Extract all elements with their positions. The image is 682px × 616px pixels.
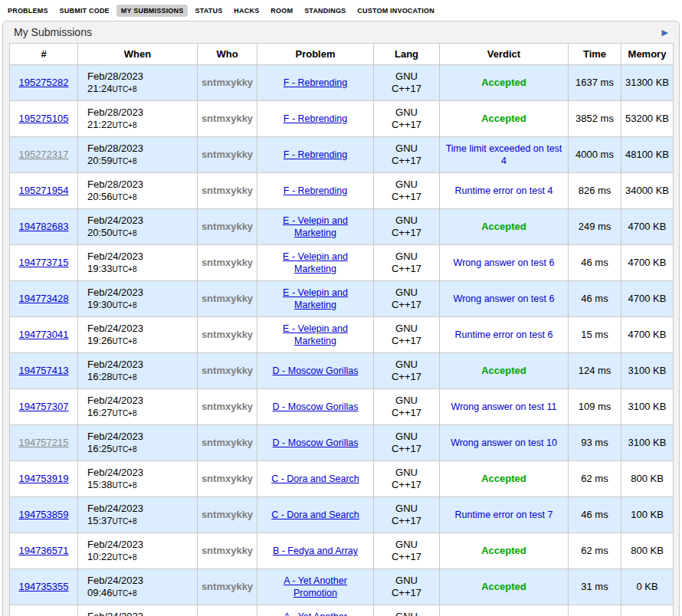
- problem-link[interactable]: F - Rebrending: [284, 149, 347, 161]
- nav-item-problems[interactable]: PROBLEMS: [3, 5, 53, 17]
- submission-id-link[interactable]: 194753859: [18, 509, 68, 520]
- memory-cell: 3100 KB: [621, 389, 674, 425]
- nav-item-submit-code[interactable]: SUBMIT CODE: [55, 5, 114, 17]
- user-link[interactable]: sntmxykky: [202, 221, 253, 232]
- nav-item-standings[interactable]: STANDINGS: [300, 5, 350, 17]
- submission-time: 16:25: [87, 443, 113, 454]
- user-link[interactable]: sntmxykky: [202, 329, 253, 340]
- problem-cell: F - Rebrending: [257, 65, 374, 101]
- problem-link[interactable]: D - Moscow Gorillas: [273, 401, 359, 413]
- user-link[interactable]: sntmxykky: [202, 401, 253, 412]
- lang-text: GNU C++17: [389, 431, 425, 455]
- problem-link[interactable]: E - Velepin and Marketing: [262, 323, 369, 347]
- submission-row: 194757307Feb/24/202316:27UTC+8sntmxykkyD…: [10, 389, 674, 425]
- problem-cell: C - Dora and Search: [257, 497, 374, 533]
- problem-link[interactable]: F - Rebrending: [284, 113, 347, 125]
- user-link[interactable]: sntmxykky: [202, 581, 253, 592]
- user-link[interactable]: sntmxykky: [202, 185, 253, 196]
- submission-id-link[interactable]: 194773041: [18, 329, 68, 340]
- when-cell: Feb/24/202316:25UTC+8: [78, 425, 198, 461]
- problem-link[interactable]: E - Velepin and Marketing: [262, 287, 369, 311]
- submission-id-cell: 194753919: [10, 461, 78, 497]
- problem-link[interactable]: C - Dora and Search: [271, 473, 359, 485]
- submissions-table: #WhenWhoProblemLangVerdictTimeMemory 195…: [9, 43, 674, 616]
- nav-item-hacks[interactable]: HACKS: [229, 5, 264, 17]
- problem-cell: D - Moscow Gorillas: [257, 389, 374, 425]
- submission-id-link[interactable]: 194773428: [18, 293, 68, 304]
- submission-id-link[interactable]: 194736571: [18, 545, 68, 556]
- lang-cell: GNU C++17: [374, 353, 440, 389]
- submission-id-link[interactable]: 194773715: [18, 257, 68, 268]
- submission-id-link[interactable]: 194757215: [18, 437, 68, 448]
- user-link[interactable]: sntmxykky: [202, 149, 253, 160]
- user-link[interactable]: sntmxykky: [202, 545, 253, 556]
- who-cell: sntmxykky: [198, 245, 257, 281]
- verdict-text: Wrong answer on test 11: [448, 401, 560, 413]
- time-cell: 93 ms: [569, 425, 621, 461]
- memory-cell: 100 KB: [621, 497, 674, 533]
- submission-id-link[interactable]: 195271954: [18, 185, 68, 196]
- col-header-lang: Lang: [374, 44, 440, 65]
- nav-item-room[interactable]: ROOM: [266, 5, 297, 17]
- user-link[interactable]: sntmxykky: [202, 293, 253, 304]
- lang-text: GNU C++17: [389, 251, 425, 275]
- problem-link[interactable]: A - Yet Another Promotion: [262, 611, 369, 616]
- submission-date: Feb/24/2023: [87, 503, 143, 514]
- who-cell: sntmxykky: [198, 497, 257, 533]
- submission-row: 195271954Feb/28/202320:56UTC+8sntmxykkyF…: [10, 173, 674, 209]
- problem-cell: B - Fedya and Array: [257, 533, 374, 569]
- nav-item-custom-invocation[interactable]: CUSTOM INVOCATION: [352, 5, 439, 17]
- problem-link[interactable]: A - Yet Another Promotion: [262, 575, 369, 599]
- submission-id-link[interactable]: 194757413: [18, 365, 68, 376]
- submission-date: Feb/24/2023: [87, 323, 143, 334]
- problem-link[interactable]: B - Fedya and Array: [273, 545, 358, 557]
- problem-link[interactable]: F - Rebrending: [284, 185, 347, 197]
- user-link[interactable]: sntmxykky: [202, 473, 253, 484]
- time-cell: 0 ms: [569, 605, 621, 616]
- user-link[interactable]: sntmxykky: [202, 257, 253, 268]
- problem-cell: D - Moscow Gorillas: [257, 353, 374, 389]
- memory-cell: 4700 KB: [621, 209, 674, 245]
- verdict-cell: Accepted: [440, 65, 569, 101]
- submission-id-link[interactable]: 194735355: [18, 581, 68, 592]
- submission-id-link[interactable]: 195275282: [18, 77, 68, 88]
- lang-text: GNU C++17: [389, 503, 425, 527]
- submission-id-cell: 194773715: [10, 245, 78, 281]
- submission-id-link[interactable]: 194757307: [18, 401, 68, 412]
- problem-link[interactable]: E - Velepin and Marketing: [262, 251, 369, 275]
- submission-date: Feb/24/2023: [87, 215, 143, 226]
- submission-date: Feb/24/2023: [87, 611, 143, 616]
- submission-time: 16:27: [87, 407, 113, 418]
- user-link[interactable]: sntmxykky: [202, 365, 253, 376]
- user-link[interactable]: sntmxykky: [202, 509, 253, 520]
- submission-id-link[interactable]: 195275105: [18, 113, 68, 124]
- verdict-text: Accepted: [478, 221, 530, 233]
- memory-cell: 4700 KB: [621, 245, 674, 281]
- submission-time: 19:26: [87, 335, 113, 346]
- lang-cell: GNU C++17: [374, 317, 440, 353]
- lang-cell: GNU C++17: [374, 461, 440, 497]
- who-cell: sntmxykky: [198, 209, 257, 245]
- submission-row: 194773715Feb/24/202319:33UTC+8sntmxykkyE…: [10, 245, 674, 281]
- user-link[interactable]: sntmxykky: [202, 77, 253, 88]
- lang-cell: GNU C++17: [374, 101, 440, 137]
- nav-item-my-submissions[interactable]: MY SUBMISSIONS: [116, 5, 189, 17]
- submission-id-link[interactable]: 195272317: [18, 149, 68, 160]
- user-link[interactable]: sntmxykky: [202, 113, 253, 124]
- user-link[interactable]: sntmxykky: [202, 437, 253, 448]
- verdict-text: Runtime error on test 4: [452, 185, 556, 197]
- problem-link[interactable]: F - Rebrending: [284, 77, 347, 89]
- submission-id-link[interactable]: 194753919: [18, 473, 68, 484]
- expand-arrow-icon[interactable]: ▶: [662, 28, 670, 38]
- timezone-label: UTC+8: [113, 193, 137, 202]
- nav-item-status[interactable]: STATUS: [190, 5, 227, 17]
- problem-cell: A - Yet Another Promotion: [257, 569, 374, 605]
- submission-id-link[interactable]: 194782683: [18, 221, 68, 232]
- problem-link[interactable]: C - Dora and Search: [271, 509, 359, 521]
- problem-link[interactable]: D - Moscow Gorillas: [273, 437, 359, 449]
- col-header-problem: Problem: [257, 44, 374, 65]
- verdict-cell: Wrong answer on test 11: [440, 389, 569, 425]
- submission-date: Feb/24/2023: [87, 395, 143, 406]
- problem-link[interactable]: E - Velepin and Marketing: [262, 215, 369, 239]
- problem-link[interactable]: D - Moscow Gorillas: [273, 365, 359, 377]
